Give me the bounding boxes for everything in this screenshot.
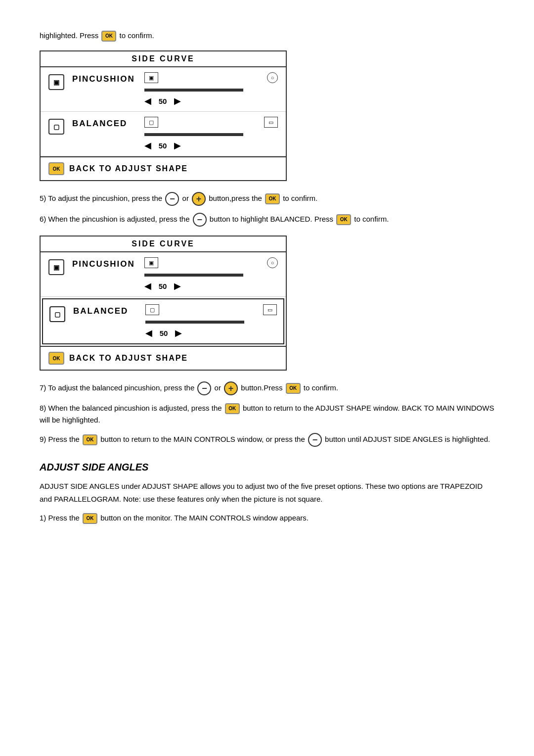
- pincushion-arrow-left[interactable]: ◀: [144, 95, 151, 106]
- panel2-pincushion-value: 50: [155, 282, 170, 290]
- panel1-balanced-bar: [144, 133, 243, 136]
- section-heading: ADJUST SIDE ANGLES: [40, 462, 494, 473]
- panel2-balanced-bottom: ◀ 50 ▶: [145, 328, 277, 338]
- panel1-balanced-row: ▢ BALANCED ▢ ▭ ◀ 50 ▶: [41, 112, 286, 156]
- panel2-pincushion-controls: ▣ ○ ◀ 50 ▶: [144, 257, 278, 291]
- p2-balanced-left[interactable]: ◀: [145, 328, 152, 338]
- minus-btn-step9[interactable]: −: [308, 433, 322, 447]
- p2-pincushion-icon-left: ▣: [144, 257, 158, 268]
- pincushion-icon-circle-right: ○: [267, 72, 278, 83]
- panel1-balanced-controls: ▢ ▭ ◀ 50 ▶: [144, 117, 278, 151]
- panel1-back-label: BACK TO ADJUST SHAPE: [69, 164, 188, 173]
- side-curve-panel-2: SIDE CURVE ▣ PINCUSHION ▣ ○ ◀ 50 ▶ ▢ BAL…: [40, 236, 287, 371]
- panel1-balanced-value: 50: [155, 142, 170, 150]
- ok-btn-step6: OK: [336, 214, 351, 225]
- panel1-pincushion-controls: ▣ ○ ◀ 50 ▶: [144, 72, 278, 106]
- panel1-pincushion-bar: [144, 89, 243, 92]
- panel1-pincushion-value: 50: [155, 97, 170, 105]
- final-step1-line: 1) Press the OK button on the monitor. T…: [40, 512, 494, 524]
- balanced-arrow-right[interactable]: ▶: [174, 140, 181, 151]
- panel2-balanced-controls: ▢ ▭ ◀ 50 ▶: [145, 304, 277, 338]
- ok-btn-step9: OK: [83, 434, 97, 445]
- intro-confirm: to confirm.: [120, 31, 154, 40]
- p2-balanced-right[interactable]: ▶: [175, 328, 182, 338]
- balanced-icon-box-right: ▭: [264, 117, 278, 128]
- step5-line: 5) To adjust the pincushion, press the −…: [40, 192, 494, 206]
- panel1-footer-icon: OK: [48, 162, 64, 175]
- panel2-footer: OK BACK TO ADJUST SHAPE: [41, 346, 286, 370]
- plus-btn-step5[interactable]: +: [192, 192, 206, 206]
- p2-balanced-icon-right: ▭: [263, 304, 277, 315]
- step7-line: 7) To adjust the balanced pincushion, pr…: [40, 381, 494, 395]
- intro-line: highlighted. Press OK to confirm.: [40, 30, 494, 42]
- panel2-balanced-row: ▢ BALANCED ▢ ▭ ◀ 50 ▶: [42, 298, 284, 344]
- panel1-balanced-label: BALANCED: [72, 119, 136, 129]
- minus-btn-step7[interactable]: −: [197, 381, 211, 395]
- ok-btn-step5: OK: [265, 193, 280, 204]
- panel1-pincushion-bottom: ◀ 50 ▶: [144, 95, 278, 106]
- minus-btn-step6[interactable]: −: [193, 213, 207, 227]
- panel1-balanced-icon: ▢: [48, 119, 64, 135]
- p2-pincushion-left[interactable]: ◀: [144, 281, 151, 291]
- step6-line: 6) When the pincushion is adjusted, pres…: [40, 213, 494, 227]
- balanced-arrow-left[interactable]: ◀: [144, 140, 151, 151]
- panel2-balanced-bar: [145, 321, 244, 324]
- panel2-balanced-label: BALANCED: [73, 306, 137, 316]
- panel1-pincushion-label: PINCUSHION: [72, 74, 136, 84]
- panel2-balanced-icon: ▢: [49, 306, 65, 322]
- panel2-pincushion-label: PINCUSHION: [72, 259, 136, 269]
- panel2-footer-icon: OK: [48, 352, 64, 365]
- panel2-pincushion-bar: [144, 274, 243, 277]
- pincushion-arrow-right[interactable]: ▶: [174, 95, 181, 106]
- panel1-footer: OK BACK TO ADJUST SHAPE: [41, 156, 286, 180]
- intro-text: highlighted. Press: [40, 31, 98, 40]
- side-curve-panel-1: SIDE CURVE ▣ PINCUSHION ▣ ○ ◀ 50 ▶ ▢ BAL…: [40, 50, 287, 181]
- ok-button-inline-1: OK: [101, 31, 116, 42]
- panel2-title: SIDE CURVE: [41, 236, 286, 252]
- panel1-balanced-bottom: ◀ 50 ▶: [144, 140, 278, 151]
- para1: ADJUST SIDE ANGLES under ADJUST SHAPE al…: [40, 480, 494, 505]
- panel2-pincushion-row: ▣ PINCUSHION ▣ ○ ◀ 50 ▶: [41, 252, 286, 297]
- panel2-pincushion-icon: ▣: [48, 259, 64, 275]
- panel1-title: SIDE CURVE: [41, 51, 286, 67]
- step9-line: 9) Press the OK button to return to the …: [40, 433, 494, 447]
- panel2-balanced-value: 50: [156, 329, 171, 337]
- pincushion-icon-box-left: ▣: [144, 72, 158, 83]
- plus-btn-step7[interactable]: +: [224, 381, 238, 395]
- panel1-pincushion-row: ▣ PINCUSHION ▣ ○ ◀ 50 ▶: [41, 67, 286, 112]
- minus-btn-step5[interactable]: −: [165, 192, 179, 206]
- panel2-back-label: BACK TO ADJUST SHAPE: [69, 354, 188, 363]
- ok-btn-step7: OK: [286, 383, 301, 394]
- panel2-pincushion-bottom: ◀ 50 ▶: [144, 281, 278, 291]
- panel1-pincushion-icon: ▣: [48, 74, 64, 90]
- ok-btn-final-step1: OK: [83, 513, 97, 524]
- p2-pincushion-right[interactable]: ▶: [174, 281, 181, 291]
- balanced-icon-box-left: ▢: [144, 117, 158, 128]
- step8-line: 8) When the balanced pincushion is adjus…: [40, 402, 494, 426]
- p2-balanced-icon-left: ▢: [145, 304, 159, 315]
- ok-btn-step8: OK: [225, 403, 240, 414]
- p2-pincushion-icon-right: ○: [267, 257, 278, 268]
